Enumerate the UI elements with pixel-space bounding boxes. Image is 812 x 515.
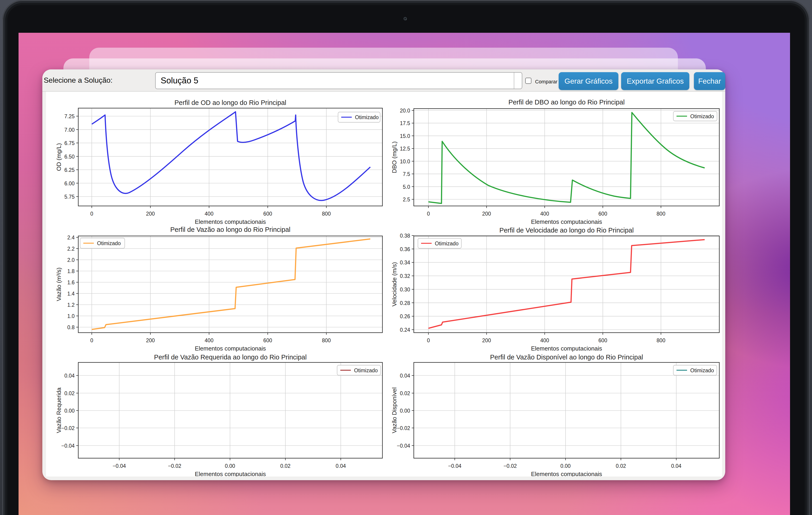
- svg-text:Perfil de Vazão Requerida ao l: Perfil de Vazão Requerida ao longo do Ri…: [154, 353, 307, 361]
- svg-text:−0.02: −0.02: [503, 463, 517, 469]
- svg-text:400: 400: [540, 337, 549, 344]
- svg-text:−0.02: −0.02: [397, 425, 410, 431]
- svg-text:Perfil de Velocidade ao longo: Perfil de Velocidade ao longo do Rio Pri…: [499, 226, 634, 234]
- svg-text:7.5: 7.5: [403, 171, 410, 177]
- svg-text:Otimizado: Otimizado: [690, 113, 714, 119]
- svg-text:6.25: 6.25: [64, 167, 75, 173]
- svg-text:12.5: 12.5: [400, 146, 410, 152]
- svg-text:0.24: 0.24: [400, 327, 410, 333]
- svg-text:400: 400: [540, 211, 549, 217]
- svg-text:1.8: 1.8: [67, 268, 75, 274]
- svg-text:1.0: 1.0: [67, 313, 75, 319]
- svg-text:Elementos computacionais: Elementos computacionais: [531, 345, 602, 352]
- svg-text:−0.04: −0.04: [61, 443, 75, 449]
- svg-text:Vazão Requerida: Vazão Requerida: [55, 387, 62, 433]
- svg-text:10.0: 10.0: [400, 159, 410, 164]
- svg-text:Perfil de Vazão Disponível ao: Perfil de Vazão Disponível ao longo do R…: [490, 353, 643, 361]
- svg-text:−0.04: −0.04: [448, 463, 461, 469]
- svg-text:Elementos computacionais: Elementos computacionais: [195, 218, 266, 225]
- svg-text:0: 0: [90, 211, 93, 217]
- svg-text:0.02: 0.02: [400, 390, 410, 396]
- svg-text:0.02: 0.02: [280, 463, 291, 469]
- svg-text:7.25: 7.25: [64, 113, 75, 119]
- svg-text:Otimizado: Otimizado: [97, 240, 121, 246]
- svg-text:2.2: 2.2: [67, 246, 75, 252]
- svg-text:Perfil de DBO ao longo do Rio: Perfil de DBO ao longo do Rio Principal: [509, 99, 625, 106]
- svg-text:Otimizado: Otimizado: [354, 368, 378, 373]
- svg-text:20.0: 20.0: [400, 108, 410, 114]
- svg-text:0.28: 0.28: [400, 300, 410, 306]
- svg-text:0.36: 0.36: [400, 246, 410, 252]
- svg-text:0.30: 0.30: [400, 287, 410, 293]
- svg-text:400: 400: [205, 337, 213, 344]
- svg-text:0.00: 0.00: [64, 408, 75, 414]
- svg-text:400: 400: [205, 211, 213, 217]
- svg-text:Elementos computacionais: Elementos computacionais: [531, 218, 602, 225]
- svg-text:Otimizado: Otimizado: [435, 241, 459, 246]
- svg-text:DBO (mg/L): DBO (mg/L): [391, 141, 398, 173]
- svg-text:1.6: 1.6: [67, 279, 75, 286]
- svg-text:17.5: 17.5: [400, 120, 410, 126]
- svg-text:0.26: 0.26: [400, 314, 410, 319]
- svg-text:−0.04: −0.04: [397, 443, 410, 449]
- svg-text:800: 800: [322, 337, 331, 344]
- svg-text:0.04: 0.04: [671, 463, 682, 469]
- svg-text:Perfil de Vazão ao longo do Ri: Perfil de Vazão ao longo do Rio Principa…: [170, 226, 290, 233]
- svg-text:Otimizado: Otimizado: [355, 114, 379, 120]
- svg-text:0.04: 0.04: [400, 373, 410, 379]
- svg-text:0.04: 0.04: [336, 463, 346, 469]
- svg-text:0: 0: [427, 337, 430, 344]
- svg-text:−0.04: −0.04: [113, 463, 126, 469]
- svg-text:2.0: 2.0: [67, 257, 75, 263]
- svg-text:600: 600: [599, 211, 607, 217]
- svg-text:0.32: 0.32: [400, 273, 410, 279]
- svg-text:600: 600: [263, 337, 272, 344]
- svg-text:200: 200: [146, 337, 155, 344]
- svg-text:200: 200: [482, 211, 491, 217]
- svg-text:2.4: 2.4: [67, 235, 75, 241]
- svg-text:0.00: 0.00: [560, 463, 571, 469]
- svg-text:15.0: 15.0: [400, 133, 410, 139]
- svg-text:600: 600: [263, 211, 272, 217]
- svg-text:800: 800: [657, 211, 665, 217]
- svg-text:0: 0: [427, 211, 430, 217]
- svg-text:0: 0: [90, 337, 93, 344]
- svg-text:600: 600: [599, 337, 607, 344]
- svg-text:0.04: 0.04: [64, 373, 75, 379]
- svg-text:−0.02: −0.02: [168, 463, 181, 469]
- svg-text:0.34: 0.34: [400, 260, 410, 266]
- svg-text:5.75: 5.75: [64, 194, 75, 200]
- svg-text:0.8: 0.8: [67, 324, 75, 330]
- svg-text:5.0: 5.0: [403, 184, 410, 190]
- svg-text:0.00: 0.00: [400, 408, 410, 414]
- svg-text:Elementos computacionais: Elementos computacionais: [195, 470, 266, 477]
- svg-text:1.2: 1.2: [67, 302, 75, 308]
- svg-text:Vazão Disponível: Vazão Disponível: [391, 387, 398, 433]
- svg-text:800: 800: [322, 211, 331, 217]
- svg-text:6.00: 6.00: [64, 181, 75, 187]
- svg-text:0.38: 0.38: [400, 233, 410, 239]
- svg-text:2.5: 2.5: [403, 196, 410, 202]
- svg-text:200: 200: [482, 337, 491, 344]
- svg-text:6.50: 6.50: [64, 154, 75, 160]
- svg-text:7.00: 7.00: [64, 127, 75, 133]
- svg-text:Velocidade (m/s): Velocidade (m/s): [391, 262, 398, 306]
- svg-text:0.00: 0.00: [225, 463, 235, 469]
- svg-text:Otimizado: Otimizado: [690, 368, 714, 373]
- svg-text:200: 200: [146, 211, 155, 217]
- svg-text:0.02: 0.02: [616, 463, 626, 469]
- svg-text:800: 800: [657, 337, 665, 344]
- svg-text:0.02: 0.02: [64, 390, 75, 396]
- svg-text:Elementos computacionais: Elementos computacionais: [195, 345, 266, 352]
- svg-text:Elementos computacionais: Elementos computacionais: [531, 470, 602, 477]
- svg-text:1.4: 1.4: [67, 291, 75, 297]
- svg-text:6.75: 6.75: [64, 140, 75, 146]
- svg-text:Vazão (m³/s): Vazão (m³/s): [55, 268, 62, 301]
- svg-text:Perfil de OD ao longo do Rio P: Perfil de OD ao longo do Rio Principal: [174, 99, 286, 106]
- svg-text:−0.02: −0.02: [61, 425, 75, 431]
- svg-text:OD (mg/L): OD (mg/L): [55, 143, 62, 171]
